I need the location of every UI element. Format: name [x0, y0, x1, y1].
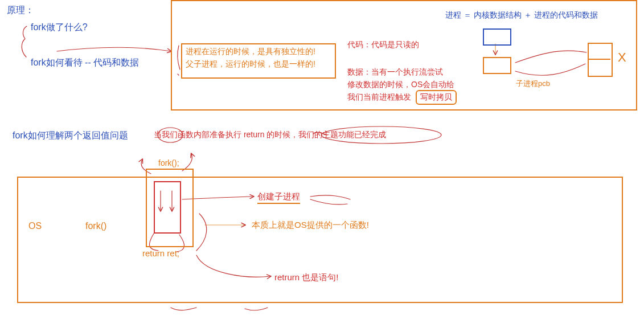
independence-line2: 父子进程，运行的时候，也是一样的! [186, 59, 331, 69]
equation-text: 进程 ＝ 内核数据结构 ＋ 进程的代码和数据 [445, 10, 598, 21]
return-ret-label: return ret; [142, 248, 179, 258]
create-child-label: 创建子进程 [257, 191, 300, 204]
stack-box-divider [588, 59, 610, 60]
os-panel [17, 177, 623, 303]
label-q3: fork如何理解两个返回值问题 [13, 130, 128, 142]
data-note-3: 我们当前进程触发 [347, 92, 411, 103]
sentence-return-done: 当我们函数内部准备执行 return 的时候，我们的主题功能已经完成 [154, 130, 386, 140]
child-pcb-box [483, 57, 511, 74]
independence-box: 进程在运行的时候，是具有独立性的! 父子进程，运行的时候，也是一样的! [181, 43, 336, 79]
essence-label: 本质上就是OS提供的一个函数! [252, 220, 369, 231]
stack-box-outer [588, 43, 613, 77]
fork-call-label: fork(); [158, 158, 179, 167]
parent-pcb-box [483, 28, 511, 46]
label-q1: fork做了什么? [31, 22, 88, 34]
data-note-1: 数据：当有一个执行流尝试 [347, 67, 443, 77]
label-q2: fork如何看待 -- 代码和数据 [31, 57, 139, 69]
data-note-2: 修改数据的时候，OS会自动给 [347, 80, 454, 90]
return-is-stmt-label: retrurn 也是语句! [274, 272, 339, 283]
code-note: 代码：代码是只读的 [347, 40, 419, 50]
independence-line1: 进程在运行的时候，是具有独立性的! [186, 47, 331, 57]
label-principle: 原理： [7, 5, 34, 17]
fork-func-label: fork() [85, 221, 106, 231]
child-pcb-label: 子进程pcb [516, 79, 550, 89]
os-label: OS [28, 221, 42, 231]
x-mark: X [618, 50, 626, 65]
cow-box: 写时拷贝 [416, 90, 457, 105]
